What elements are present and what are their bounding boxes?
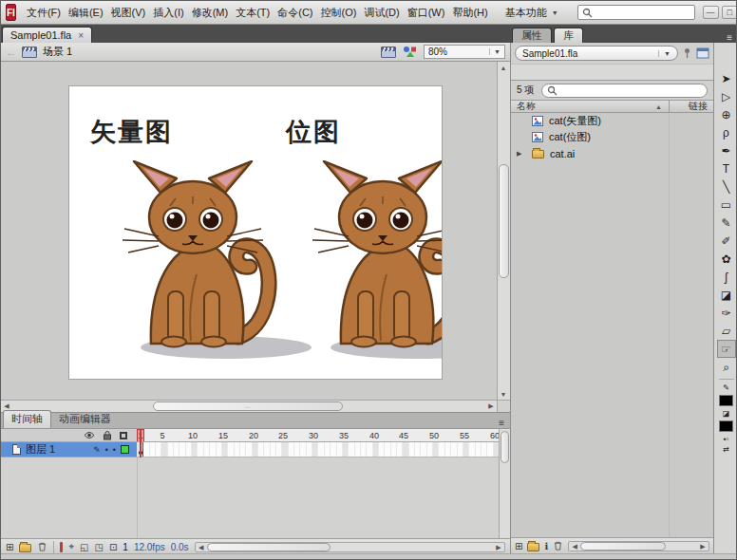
swap-colors-icon[interactable]: ⇄: [723, 444, 729, 455]
timeline-hscroll-thumb[interactable]: [207, 543, 331, 551]
library-hscroll-thumb[interactable]: [580, 542, 666, 551]
menu-commands[interactable]: 命令(C): [274, 1, 316, 24]
tab-motion-editor[interactable]: 动画编辑器: [51, 411, 119, 428]
library-search-box[interactable]: [541, 84, 708, 98]
tab-timeline[interactable]: 时间轴: [3, 410, 51, 428]
show-hide-icon[interactable]: [84, 431, 95, 439]
scroll-right-icon[interactable]: ▶: [493, 542, 504, 553]
scroll-up-icon[interactable]: ▲: [498, 62, 509, 73]
search-input[interactable]: [595, 8, 690, 18]
layer-row[interactable]: 图层 1 ✎ • •: [1, 442, 137, 457]
pasteboard[interactable]: 矢量图 位图: [1, 62, 497, 400]
brush-tool[interactable]: ✐: [717, 232, 736, 250]
edit-symbol-button[interactable]: [403, 46, 417, 58]
pen-tool[interactable]: ✒: [717, 141, 736, 159]
scene-name[interactable]: 场景 1: [43, 45, 72, 59]
maximize-button[interactable]: □: [722, 6, 737, 19]
scroll-left-icon[interactable]: ◀: [196, 542, 207, 553]
horizontal-scroll-thumb[interactable]: ⋯: [153, 401, 343, 411]
bitmap-cat-image[interactable]: [269, 160, 442, 364]
library-column-header[interactable]: 名称 ▲ 链接: [511, 100, 713, 113]
new-library-panel-icon[interactable]: [696, 47, 709, 59]
tab-library[interactable]: 库: [554, 28, 583, 43]
outline-view-icon[interactable]: [120, 432, 127, 439]
minimize-button[interactable]: —: [703, 6, 719, 19]
library-horizontal-scrollbar[interactable]: ◀ ▶: [568, 541, 709, 551]
onion-skin-outlines-button[interactable]: ◳: [94, 542, 103, 552]
menu-view[interactable]: 视图(V): [107, 1, 150, 24]
expander-icon[interactable]: ▶: [517, 150, 526, 158]
menu-insert[interactable]: 插入(I): [149, 1, 187, 24]
workspace-switcher[interactable]: 基本功能 ▼: [501, 6, 562, 20]
back-arrow-icon[interactable]: ←: [6, 47, 16, 58]
layer-name[interactable]: 图层 1: [26, 442, 88, 457]
lasso-tool[interactable]: ρ: [717, 123, 736, 141]
menu-text[interactable]: 文本(T): [232, 1, 274, 24]
library-item-cat-ai-folder[interactable]: ▶ cat.ai: [511, 145, 713, 161]
scroll-right-icon[interactable]: ▶: [485, 401, 497, 412]
menu-debug[interactable]: 调试(D): [360, 1, 403, 24]
new-layer-folder-button[interactable]: [19, 544, 31, 552]
default-colors-icon[interactable]: ▪▫: [724, 434, 729, 444]
frames-row[interactable]: [137, 442, 499, 457]
new-symbol-button[interactable]: ⊞: [515, 541, 522, 551]
stage-text-vector[interactable]: 矢量图: [90, 115, 173, 149]
eraser-tool[interactable]: ▱: [717, 322, 736, 340]
layer-outline-color-swatch[interactable]: [121, 445, 129, 454]
tab-properties[interactable]: 属性: [512, 28, 552, 43]
scroll-right-icon[interactable]: ▶: [697, 541, 709, 552]
panel-menu-icon[interactable]: ≡: [499, 418, 504, 428]
scroll-down-icon[interactable]: ▼: [498, 388, 509, 400]
fill-color-swatch[interactable]: [719, 420, 733, 432]
scroll-left-icon[interactable]: ◀: [569, 541, 580, 552]
line-tool[interactable]: ╲: [717, 177, 736, 196]
menu-window[interactable]: 窗口(W): [404, 1, 449, 24]
edit-scene-button[interactable]: [381, 47, 396, 58]
new-folder-button[interactable]: [527, 543, 539, 551]
new-layer-button[interactable]: ⊞: [6, 542, 13, 552]
pencil-tool[interactable]: ✎: [717, 214, 736, 232]
vertical-scroll-thumb[interactable]: [499, 164, 509, 278]
sort-ascending-icon[interactable]: ▲: [655, 103, 662, 110]
library-document-select[interactable]: Sample01.fla ▼: [515, 46, 678, 61]
lock-icon[interactable]: [103, 430, 112, 440]
timeline-ruler[interactable]: 5 10 15 20 25 30 35 40 45 50 55 60 1: [137, 429, 499, 442]
selection-tool[interactable]: ➤: [717, 69, 736, 87]
edit-multiple-frames-button[interactable]: ⊡: [109, 542, 117, 552]
menu-help[interactable]: 帮助(H): [448, 1, 491, 24]
stage-text-bitmap[interactable]: 位图: [286, 115, 341, 149]
layer-lock-dot[interactable]: •: [113, 445, 116, 455]
document-tab-sample01[interactable]: Sample01.fla ×: [2, 27, 92, 43]
menu-edit[interactable]: 编辑(E): [65, 1, 107, 24]
deco-tool[interactable]: ✿: [717, 250, 736, 268]
menu-control[interactable]: 控制(O): [317, 1, 361, 24]
frame-rate-value[interactable]: 12.0fps: [134, 542, 165, 552]
layer-visible-dot[interactable]: •: [105, 445, 108, 455]
rectangle-tool[interactable]: ▭: [717, 196, 736, 214]
library-item-cat-bitmap[interactable]: cat(位图): [511, 129, 713, 145]
zoom-tool[interactable]: ⌕: [717, 358, 736, 376]
center-frame-button[interactable]: ⌖: [68, 541, 74, 552]
tab-close-icon[interactable]: ×: [78, 30, 84, 41]
3d-rotation-tool[interactable]: ⊕: [717, 105, 736, 123]
timeline-scroll-thumb[interactable]: [501, 431, 509, 463]
paint-bucket-tool[interactable]: ◪: [717, 286, 736, 304]
text-tool[interactable]: T: [717, 159, 736, 177]
bone-tool[interactable]: ʃ: [717, 268, 736, 286]
canvas-vertical-scrollbar[interactable]: ▲ ▼: [497, 62, 510, 400]
menu-file[interactable]: 文件(F): [23, 1, 65, 24]
onion-skin-button[interactable]: ◱: [80, 542, 88, 552]
panel-menu-icon[interactable]: ≡: [727, 32, 732, 43]
column-name-label[interactable]: 名称: [517, 100, 536, 113]
library-item-cat-vector[interactable]: cat(矢量图): [511, 113, 713, 129]
stage-zoom-select[interactable]: 80% ▼: [424, 45, 505, 59]
delete-layer-button[interactable]: [37, 541, 47, 552]
timeline-horizontal-scrollbar[interactable]: ◀ ▶: [195, 542, 505, 552]
column-divider[interactable]: [669, 101, 670, 112]
delete-item-button[interactable]: [553, 540, 563, 551]
item-properties-button[interactable]: ℹ: [544, 541, 548, 551]
hand-tool[interactable]: ☞: [717, 340, 736, 358]
pin-library-icon[interactable]: [683, 47, 691, 59]
app-search-box[interactable]: [577, 5, 695, 20]
timeline-vertical-scrollbar[interactable]: [499, 429, 510, 538]
